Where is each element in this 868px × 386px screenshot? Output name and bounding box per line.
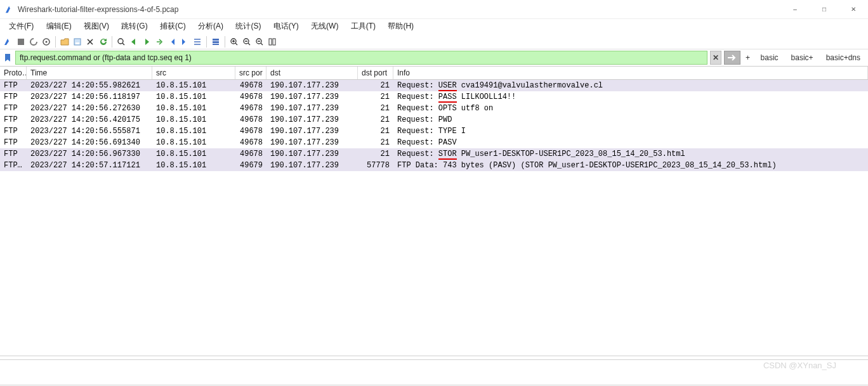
cell-src: 10.8.15.101	[152, 160, 235, 171]
main-toolbar	[0, 33, 868, 49]
zoom-out-icon[interactable]	[241, 36, 253, 48]
go-last-icon[interactable]	[179, 36, 190, 48]
cell-time: 2023/227 14:20:56.118197	[27, 91, 152, 103]
zoom-in-icon[interactable]	[228, 36, 240, 48]
cell-info: FTP Data: 743 bytes (PASV) (STOR PW_user…	[393, 160, 868, 171]
filter-add-button[interactable]: +	[743, 51, 753, 65]
menu-capture[interactable]: 捕获(C)	[155, 20, 191, 32]
menu-wireless[interactable]: 无线(W)	[306, 20, 343, 32]
quickfilter-basic-plus[interactable]: basic+	[786, 51, 819, 65]
display-filter-input[interactable]	[15, 51, 707, 65]
packet-row[interactable]: FTP2023/227 14:20:56.55587110.8.15.10149…	[0, 125, 868, 137]
cell-dst: 190.107.177.239	[266, 91, 358, 103]
quickfilter-basic-dns[interactable]: basic+dns	[821, 51, 865, 65]
col-header-dstport[interactable]: dst port	[358, 67, 393, 79]
svg-rect-7	[213, 41, 219, 43]
cell-protocol: FTP	[0, 114, 27, 125]
cell-dst: 190.107.177.239	[266, 114, 358, 125]
col-header-dst[interactable]: dst	[266, 67, 358, 79]
cell-src: 10.8.15.101	[152, 91, 235, 103]
cell-protocol: FTP	[0, 91, 27, 103]
cell-dst: 190.107.177.239	[266, 125, 358, 137]
cell-dstport: 21	[358, 137, 393, 148]
minimize-button[interactable]: –	[780, 0, 810, 19]
go-first-icon[interactable]	[166, 36, 178, 48]
go-to-packet-icon[interactable]	[154, 36, 165, 48]
maximize-button[interactable]: □	[810, 0, 839, 19]
packet-list[interactable]: FTP2023/227 14:20:55.98262110.8.15.10149…	[0, 80, 868, 356]
filter-bookmark-icon[interactable]	[3, 51, 13, 65]
cell-dst: 190.107.177.239	[266, 148, 358, 160]
packet-row[interactable]: FTP2023/227 14:20:56.42017510.8.15.10149…	[0, 114, 868, 125]
packet-detail-pane[interactable]	[0, 359, 868, 385]
svg-point-2	[46, 41, 48, 42]
go-forward-icon[interactable]	[141, 36, 152, 48]
menu-view[interactable]: 视图(V)	[79, 20, 114, 32]
menu-file[interactable]: 文件(F)	[4, 20, 39, 32]
menu-goto[interactable]: 跳转(G)	[116, 20, 152, 32]
svg-rect-13	[273, 39, 275, 45]
col-header-info[interactable]: Info	[393, 67, 868, 79]
cell-srcport: 49678	[235, 137, 266, 148]
cell-protocol: FTP	[0, 103, 27, 114]
window-titlebar: Wireshark-tutorial-filter-expressions-4-…	[0, 0, 868, 19]
colorize-icon[interactable]	[210, 36, 221, 48]
cell-dst: 190.107.177.239	[266, 160, 358, 171]
packet-row[interactable]: FTP2023/227 14:20:56.27263010.8.15.10149…	[0, 103, 868, 114]
capture-options-icon[interactable]	[41, 36, 52, 48]
zoom-reset-icon[interactable]	[254, 36, 265, 48]
cell-srcport: 49678	[235, 114, 266, 125]
annotation-mark: USER	[438, 82, 457, 91]
cell-srcport: 49678	[235, 148, 266, 160]
packet-row[interactable]: FTP2023/227 14:20:56.69134010.8.15.10149…	[0, 137, 868, 148]
menu-telephony[interactable]: 电话(Y)	[268, 20, 304, 32]
cell-srcport: 49679	[235, 160, 266, 171]
find-packet-icon[interactable]	[115, 36, 127, 48]
auto-scroll-icon[interactable]	[192, 36, 203, 48]
svg-rect-0	[18, 39, 24, 45]
packet-row[interactable]: FTP2023/227 14:20:55.98262110.8.15.10149…	[0, 80, 868, 91]
close-button[interactable]: ✕	[839, 0, 868, 19]
cell-time: 2023/227 14:20:56.967330	[27, 148, 152, 160]
annotation-mark: PASS	[438, 93, 457, 103]
open-file-icon[interactable]	[59, 36, 70, 48]
reload-file-icon[interactable]	[97, 36, 109, 48]
col-header-srcport[interactable]: src por	[235, 67, 266, 79]
cell-dstport: 21	[358, 114, 393, 125]
close-file-icon[interactable]	[84, 36, 96, 48]
packet-row[interactable]: FTP2023/227 14:20:56.96733010.8.15.10149…	[0, 148, 868, 160]
cell-time: 2023/227 14:20:56.272630	[27, 103, 152, 114]
quickfilter-basic[interactable]: basic	[756, 51, 784, 65]
resize-columns-icon[interactable]	[266, 36, 278, 48]
cell-time: 2023/227 14:20:56.420175	[27, 114, 152, 125]
cell-dst: 190.107.177.239	[266, 80, 358, 91]
col-header-protocol[interactable]: Proto…	[0, 67, 27, 79]
packet-row[interactable]: FTP2023/227 14:20:56.11819710.8.15.10149…	[0, 91, 868, 103]
cell-src: 10.8.15.101	[152, 125, 235, 137]
cell-protocol: FTP…	[0, 160, 27, 171]
packet-row[interactable]: FTP…2023/227 14:20:57.11712110.8.15.1014…	[0, 160, 868, 171]
go-back-icon[interactable]	[128, 36, 140, 48]
cell-src: 10.8.15.101	[152, 114, 235, 125]
cell-src: 10.8.15.101	[152, 103, 235, 114]
filter-clear-button[interactable]: ✕	[710, 51, 721, 65]
save-file-icon[interactable]	[72, 36, 83, 48]
cell-src: 10.8.15.101	[152, 80, 235, 91]
menu-analyze[interactable]: 分析(A)	[193, 20, 228, 32]
restart-capture-icon[interactable]	[28, 36, 39, 48]
cell-dstport: 21	[358, 125, 393, 137]
cell-src: 10.8.15.101	[152, 148, 235, 160]
cell-srcport: 49678	[235, 80, 266, 91]
stop-capture-icon[interactable]	[15, 36, 27, 48]
filter-apply-button[interactable]	[724, 51, 740, 65]
menu-tools[interactable]: 工具(T)	[346, 20, 381, 32]
col-header-src[interactable]: src	[152, 67, 235, 79]
cell-info: Request: USER cva19491@valvulasthermoval…	[393, 80, 868, 91]
start-capture-icon[interactable]	[3, 36, 14, 48]
cell-dstport: 21	[358, 103, 393, 114]
menu-edit[interactable]: 编辑(E)	[41, 20, 77, 32]
col-header-time[interactable]: Time	[27, 67, 152, 79]
menu-statistics[interactable]: 统计(S)	[230, 20, 266, 32]
svg-rect-4	[76, 42, 79, 44]
menu-help[interactable]: 帮助(H)	[383, 20, 419, 32]
